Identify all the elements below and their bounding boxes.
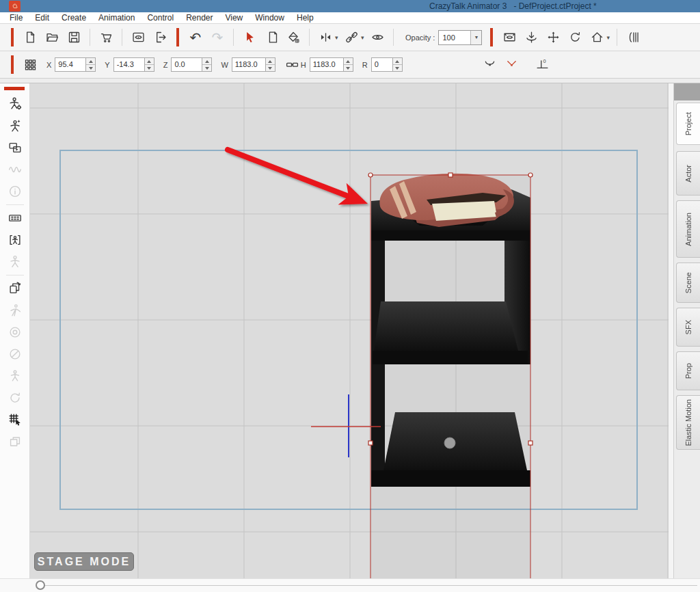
visibility-button[interactable]	[367, 27, 388, 48]
preview-button[interactable]	[128, 27, 148, 48]
main-toolbar: ↶ ↷ ▾ ▾ Opacity : 100 ▼	[0, 24, 700, 51]
y-field: Y -14.3	[105, 57, 154, 72]
tab-actor[interactable]: Actor	[676, 151, 700, 196]
info-circle-button[interactable]	[5, 183, 25, 200]
r-spinner[interactable]	[393, 57, 403, 72]
menu-view[interactable]: View	[219, 12, 249, 24]
handle-mid-right[interactable]	[528, 441, 533, 445]
x-spinner[interactable]	[86, 57, 96, 72]
select-tool-button[interactable]	[239, 27, 260, 48]
shelf-middle-face	[374, 301, 518, 351]
flip-caret-icon[interactable]: ▾	[335, 34, 340, 41]
w-input[interactable]: 1183.0	[232, 57, 266, 72]
sharp-curve-button[interactable]	[502, 55, 522, 75]
opacity-combo[interactable]: 100 ▼	[438, 30, 482, 45]
opacity-dropdown-icon[interactable]: ▼	[470, 31, 481, 44]
r-field: R 0	[362, 57, 403, 72]
rotate-tool-button[interactable]	[565, 27, 585, 48]
z-input[interactable]: 0.0	[171, 57, 202, 72]
tab-animation[interactable]: Animation	[676, 200, 700, 258]
menu-create[interactable]: Create	[55, 12, 92, 24]
new-project-button[interactable]	[20, 27, 40, 48]
save-project-button[interactable]	[64, 27, 84, 48]
w-field: W 1183.0	[221, 57, 275, 72]
opacity-label: Opacity :	[405, 33, 435, 42]
h-input[interactable]: 1183.0	[310, 57, 344, 72]
home-button[interactable]	[587, 27, 607, 48]
actor-animation-button[interactable]	[5, 117, 25, 135]
attach-button[interactable]	[341, 27, 362, 48]
camera-view-button[interactable]	[499, 27, 520, 48]
content-store-button[interactable]	[96, 27, 116, 48]
render-state-button[interactable]	[5, 345, 25, 363]
reset-rotation-button[interactable]: 0	[533, 55, 553, 75]
undo-button[interactable]: ↶	[185, 27, 206, 48]
stage-canvas[interactable]: STAGE MODE	[30, 83, 669, 578]
shelf-prop[interactable]	[371, 189, 530, 487]
svg-text:0: 0	[543, 58, 546, 64]
tab-project[interactable]: Project	[676, 103, 700, 145]
actor-setup-button[interactable]	[5, 95, 25, 113]
separator	[122, 29, 122, 46]
tab-prop[interactable]: Prop	[676, 351, 700, 390]
camera-lens-button[interactable]	[5, 323, 25, 341]
h-spinner[interactable]	[344, 57, 353, 72]
body-motion-button[interactable]	[5, 253, 25, 271]
menu-edit[interactable]: Edit	[29, 12, 55, 24]
audio-wave-button[interactable]	[5, 161, 25, 178]
attach-caret-icon[interactable]: ▾	[361, 34, 366, 41]
shelf-bottom-edge	[371, 470, 530, 487]
handle-mid-left[interactable]	[368, 441, 373, 445]
motion-path-button[interactable]	[5, 301, 25, 319]
r-input[interactable]: 0	[371, 57, 393, 72]
motion-puppet-button[interactable]	[5, 231, 25, 249]
opacity-value[interactable]: 100	[439, 33, 470, 42]
z-spinner[interactable]	[202, 57, 212, 72]
create-media-button[interactable]	[261, 27, 282, 48]
right-tab-strip: Project Actor Animation Scene SFX Prop E…	[673, 83, 700, 578]
menu-render[interactable]: Render	[180, 12, 219, 24]
menu-animation[interactable]: Animation	[92, 12, 141, 24]
paint-bucket-button[interactable]	[283, 27, 304, 48]
application-window: CrazyTalk Animator 3 - DefProject.ctProj…	[0, 0, 700, 592]
loop-motion-button[interactable]	[5, 389, 25, 407]
redo-icon: ↷	[212, 31, 224, 44]
move-tool-button[interactable]	[543, 27, 563, 48]
slider-track[interactable]	[41, 585, 697, 586]
character-pose-button[interactable]	[5, 367, 25, 385]
link-wh-button[interactable]	[285, 55, 300, 75]
export-button[interactable]	[150, 27, 170, 48]
open-project-button[interactable]	[42, 27, 62, 48]
sprite-editor-button[interactable]	[5, 280, 25, 297]
anchor-button[interactable]	[521, 27, 541, 48]
menu-window[interactable]: Window	[249, 12, 291, 24]
media-frames-button[interactable]	[5, 139, 25, 157]
tab-sfx[interactable]: SFX	[676, 308, 700, 347]
redo-button[interactable]: ↷	[207, 27, 228, 48]
w-spinner[interactable]	[266, 57, 275, 72]
stage-mode-badge: STAGE MODE	[34, 552, 134, 571]
x-input[interactable]: 95.4	[55, 57, 86, 72]
y-input[interactable]: -14.3	[113, 57, 145, 72]
y-spinner[interactable]	[145, 57, 154, 72]
grid-snap-button[interactable]	[20, 55, 40, 75]
sprite-layers-button[interactable]	[623, 27, 643, 48]
tab-elastic-motion[interactable]: Elastic Motion	[676, 395, 700, 450]
pivot-point[interactable]	[444, 438, 455, 448]
menu-file[interactable]: File	[3, 12, 29, 24]
slider-knob[interactable]	[36, 580, 45, 590]
handle-top-left[interactable]	[368, 173, 373, 177]
handle-top-center[interactable]	[448, 173, 453, 177]
handle-top-right[interactable]	[528, 173, 533, 177]
layers-button[interactable]	[5, 433, 25, 450]
x-field: X 95.4	[46, 57, 96, 72]
menu-control[interactable]: Control	[141, 12, 180, 24]
tab-scene[interactable]: Scene	[676, 263, 700, 303]
smooth-curve-button[interactable]	[480, 55, 500, 75]
keyboard-puppet-button[interactable]	[5, 209, 25, 227]
home-caret-icon[interactable]: ▾	[606, 34, 612, 41]
title-bar: CrazyTalk Animator 3 - DefProject.ctProj…	[0, 0, 700, 12]
grid-select-button[interactable]	[5, 411, 25, 429]
flip-button[interactable]	[315, 27, 336, 48]
menu-help[interactable]: Help	[291, 12, 320, 24]
